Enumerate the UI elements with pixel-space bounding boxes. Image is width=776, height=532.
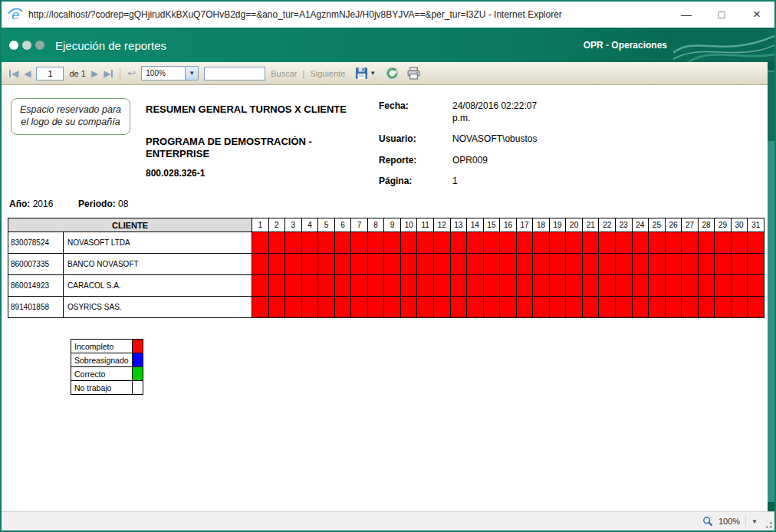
- day-status-cell: [400, 254, 417, 275]
- search-input[interactable]: [204, 67, 265, 80]
- day-status-cell: [384, 254, 401, 275]
- previous-page-button[interactable]: ◀: [24, 69, 31, 78]
- export-button[interactable]: ▼: [355, 67, 376, 80]
- legend-color-swatch: [132, 353, 143, 367]
- day-status-cell: [268, 254, 285, 275]
- printer-icon: [407, 67, 420, 80]
- day-status-cell: [698, 232, 715, 254]
- report-toolbar: ◀ ◀ de 1 ▶ ▶ ↩ 100% ▼ Buscar | Siguiente…: [2, 62, 774, 85]
- day-status-cell: [384, 297, 401, 318]
- day-status-cell: [582, 254, 599, 275]
- client-code-cell: 891401858: [8, 297, 64, 318]
- scroll-thumb[interactable]: [768, 72, 774, 141]
- resize-grip[interactable]: [764, 521, 772, 528]
- day-status-cell: [450, 254, 467, 275]
- day-status-cell: [665, 275, 682, 297]
- day-header-cell: 1: [252, 218, 269, 232]
- day-status-cell: [533, 297, 550, 318]
- page-number-input[interactable]: [36, 67, 64, 80]
- minimize-button[interactable]: —: [669, 2, 704, 28]
- legend-label: Correcto: [71, 367, 133, 381]
- page-title: Ejecución de reportes: [55, 39, 166, 52]
- day-status-cell: [549, 275, 566, 297]
- day-status-cell: [748, 275, 764, 297]
- day-status-cell: [698, 275, 715, 297]
- day-status-cell: [698, 297, 715, 318]
- day-status-cell: [285, 297, 302, 318]
- day-status-cell: [434, 232, 451, 254]
- statusbar-zoom-value[interactable]: 100%: [718, 517, 740, 526]
- zoom-select[interactable]: 100% ▼: [141, 66, 199, 80]
- report-titles: RESUMEN GENERAL TURNOS X CLIENTE PROGRAM…: [146, 103, 368, 179]
- scroll-down-icon[interactable]: [768, 502, 774, 511]
- day-header-cell: 15: [483, 218, 500, 232]
- scroll-up-icon[interactable]: [768, 61, 774, 71]
- day-status-cell: [582, 297, 599, 318]
- meta-row: Página:1: [379, 176, 554, 188]
- day-status-cell: [665, 232, 682, 254]
- table-row: 891401858OSYRICS SAS.: [8, 297, 764, 318]
- parent-report-button[interactable]: ↩: [127, 68, 136, 78]
- day-status-cell: [500, 275, 517, 297]
- toolbar-separator: [120, 67, 120, 80]
- next-page-button[interactable]: ▶: [91, 69, 98, 78]
- day-status-cell: [351, 275, 368, 297]
- first-page-button[interactable]: ◀: [9, 69, 18, 78]
- day-status-cell: [367, 254, 384, 275]
- refresh-button[interactable]: [386, 67, 399, 80]
- day-status-cell: [616, 232, 633, 254]
- window-title: http://localhost/?codrep=gQHjirudKkBXuQ7…: [28, 9, 562, 20]
- legend-label: Incompleto: [71, 340, 133, 353]
- zoom-value: 100%: [142, 69, 185, 77]
- find-next-link[interactable]: Siguiente: [310, 69, 345, 78]
- day-status-cell: [533, 254, 550, 275]
- last-page-button[interactable]: ▶: [104, 69, 113, 78]
- day-status-cell: [384, 232, 401, 254]
- company-nit: 800.028.326-1: [146, 168, 368, 179]
- zoom-caret-icon[interactable]: ▼: [751, 518, 758, 525]
- day-header-cell: 29: [715, 218, 732, 232]
- find-link[interactable]: Buscar: [271, 69, 297, 78]
- day-header-cell: 19: [549, 218, 566, 232]
- meta-label: Usuario:: [379, 133, 452, 146]
- legend-color-swatch: [132, 367, 143, 381]
- refresh-icon: [386, 67, 399, 80]
- day-status-cell: [467, 232, 484, 254]
- close-button[interactable]: ×: [739, 2, 774, 28]
- year-label: Año:: [9, 199, 30, 209]
- day-status-cell: [748, 297, 764, 318]
- table-row: 860007335BANCO NOVASOFT: [8, 254, 764, 275]
- day-status-cell: [285, 275, 302, 297]
- logo-placeholder-text: Espacio reservado para el logo de su com…: [18, 104, 123, 128]
- day-status-cell: [450, 297, 467, 318]
- vertical-scrollbar[interactable]: [768, 61, 774, 511]
- header-decoration: [673, 28, 774, 62]
- period-label: Periodo:: [78, 199, 116, 209]
- export-caret-icon: ▼: [370, 70, 376, 77]
- day-header-cell: 20: [566, 218, 583, 232]
- dot-icon: [22, 41, 31, 50]
- report-title: RESUMEN GENERAL TURNOS X CLIENTE: [146, 103, 368, 115]
- module-label: OPR - Operaciones: [584, 40, 667, 51]
- maximize-button[interactable]: □: [704, 2, 739, 28]
- day-status-cell: [582, 232, 599, 254]
- day-status-cell: [533, 275, 550, 297]
- app-header: Ejecución de reportes OPR - Operaciones: [2, 28, 774, 62]
- meta-label: Página:: [379, 176, 452, 188]
- day-status-cell: [285, 254, 302, 275]
- meta-value: 24/08/2016 02:22:07 p.m.: [452, 100, 554, 124]
- day-status-cell: [351, 297, 368, 318]
- last-page-icon: [111, 70, 113, 77]
- day-status-cell: [500, 254, 517, 275]
- print-button[interactable]: [407, 67, 420, 80]
- client-name-cell: BANCO NOVASOFT: [64, 254, 252, 275]
- day-status-cell: [318, 297, 335, 318]
- day-status-cell: [367, 297, 384, 318]
- day-status-cell: [483, 232, 500, 254]
- day-status-cell: [367, 275, 384, 297]
- day-status-cell: [450, 275, 467, 297]
- find-separator: |: [303, 69, 305, 78]
- day-status-cell: [533, 232, 550, 254]
- day-status-cell: [516, 275, 533, 297]
- chevron-down-icon[interactable]: ▼: [185, 67, 198, 80]
